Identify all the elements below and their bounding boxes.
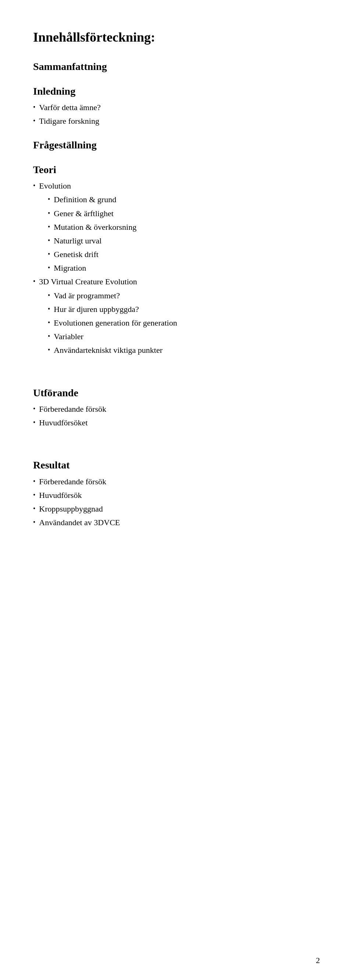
list-item: • Evolutionen generation för generation	[48, 317, 320, 329]
heading-fragastaellning: Frågeställning	[33, 138, 320, 152]
toc-title: Innehållsförteckning:	[33, 29, 320, 45]
list-item: • Tidigare forskning	[33, 115, 320, 127]
bullet-icon: •	[33, 476, 35, 487]
list-item: • Varför detta ämne?	[33, 101, 320, 114]
item-text: Förberedande försök	[39, 402, 106, 415]
bullet-icon: •	[48, 317, 50, 328]
bullet-icon: •	[33, 417, 35, 428]
item-text: Kroppsuppbyggnad	[39, 502, 103, 515]
item-text: Varför detta ämne?	[39, 101, 100, 114]
list-item: • Förberedande försök	[33, 475, 320, 488]
item-text: Huvudförsök	[39, 489, 82, 501]
list-item: • Naturligt urval	[48, 234, 320, 247]
bullet-icon: •	[48, 290, 50, 301]
bullet-icon: •	[33, 116, 35, 126]
bullet-icon: •	[48, 235, 50, 246]
item-text: Naturligt urval	[54, 234, 101, 247]
list-item: • Användartekniskt viktiga punkter	[48, 344, 320, 356]
list-item: • Hur är djuren uppbyggda?	[48, 303, 320, 316]
heading-inledning: Inledning	[33, 85, 320, 98]
list-item: • Mutation & överkorsning	[48, 221, 320, 234]
section-sammanfattning: Sammanfattning	[33, 60, 320, 73]
list-item: • Gener & ärftlighet	[48, 207, 320, 220]
list-item: • Evolution	[33, 179, 320, 192]
heading-resultat: Resultat	[33, 458, 320, 472]
bullet-icon: •	[33, 517, 35, 528]
list-item: • 3D Virtual Creature Evolution	[33, 275, 320, 288]
item-text: Evolution	[39, 179, 71, 192]
bullet-icon: •	[48, 304, 50, 315]
item-text: Migration	[54, 261, 86, 274]
bullet-icon: •	[48, 331, 50, 342]
item-text: Evolutionen generation för generation	[54, 317, 177, 329]
item-text: Genetisk drift	[54, 248, 98, 261]
item-text: Mutation & överkorsning	[54, 221, 136, 234]
item-text: Användandet av 3DVCE	[39, 516, 120, 529]
bullet-icon: •	[48, 194, 50, 205]
list-item: • Migration	[48, 261, 320, 274]
bullet-icon: •	[48, 262, 50, 273]
list-item: • Kroppsuppbyggnad	[33, 502, 320, 515]
list-item: • Huvudförsöket	[33, 416, 320, 429]
item-text: 3D Virtual Creature Evolution	[39, 275, 137, 288]
page-container: Innehållsförteckning: Sammanfattning Inl…	[0, 0, 353, 980]
section-utforande: Utförande • Förberedande försök • Huvudf…	[33, 386, 320, 430]
list-item: • Variabler	[48, 330, 320, 343]
page-number: 2	[316, 956, 320, 965]
heading-utforande: Utförande	[33, 386, 320, 399]
bullet-icon: •	[33, 180, 35, 191]
item-text: Vad är programmet?	[54, 289, 120, 302]
bullet-icon: •	[33, 503, 35, 514]
list-item: • Användandet av 3DVCE	[33, 516, 320, 529]
item-text: Användartekniskt viktiga punkter	[54, 344, 163, 356]
list-item: • Definition & grund	[48, 193, 320, 206]
heading-sammanfattning: Sammanfattning	[33, 60, 320, 73]
heading-teori: Teori	[33, 163, 320, 177]
item-text: Variabler	[54, 330, 84, 343]
bullet-icon: •	[48, 208, 50, 219]
item-text: Definition & grund	[54, 193, 116, 206]
list-item: • Vad är programmet?	[48, 289, 320, 302]
section-teori: Teori • Evolution • Definition & grund •…	[33, 163, 320, 357]
bullet-icon: •	[33, 404, 35, 414]
bullet-icon: •	[33, 490, 35, 501]
bullet-icon: •	[48, 345, 50, 355]
item-text: Gener & ärftlighet	[54, 207, 114, 220]
item-text: Huvudförsöket	[39, 416, 87, 429]
bullet-icon: •	[48, 222, 50, 232]
bullet-icon: •	[33, 102, 35, 113]
list-item: • Genetisk drift	[48, 248, 320, 261]
bullet-icon: •	[48, 249, 50, 259]
section-fragastaellning: Frågeställning	[33, 138, 320, 152]
section-inledning: Inledning • Varför detta ämne? • Tidigar…	[33, 85, 320, 128]
item-text: Förberedande försök	[39, 475, 106, 488]
list-item: • Förberedande försök	[33, 402, 320, 415]
item-text: Tidigare forskning	[39, 115, 99, 127]
list-item: • Huvudförsök	[33, 489, 320, 501]
bullet-icon: •	[33, 276, 35, 287]
section-resultat: Resultat • Förberedande försök • Huvudfö…	[33, 458, 320, 529]
item-text: Hur är djuren uppbyggda?	[54, 303, 139, 316]
